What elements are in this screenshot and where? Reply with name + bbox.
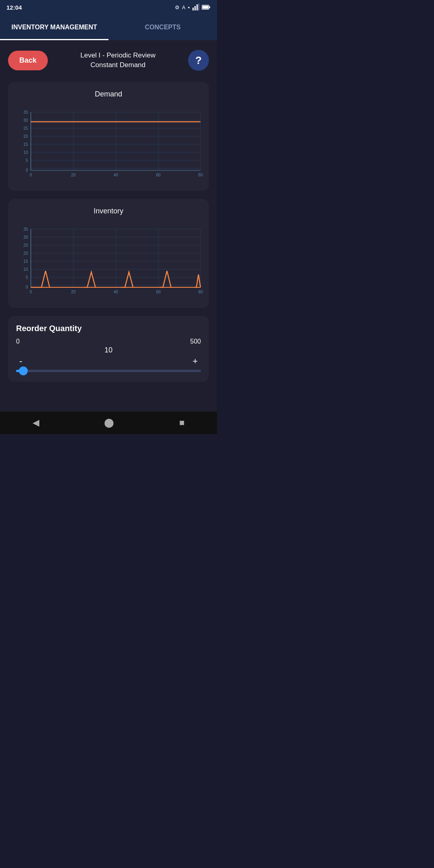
inventory-chart-svg: 35 30 25 20 15 10 5 0 0 20 40 60 80	[14, 221, 203, 301]
reorder-slider-track[interactable]	[16, 370, 201, 372]
svg-rect-6	[203, 6, 209, 9]
demand-chart-svg: 35 30 25 20 15 10 5 0 0 20 40 60 80	[14, 104, 203, 184]
svg-text:40: 40	[114, 290, 119, 294]
svg-rect-0	[192, 8, 194, 10]
page-title: Level I - Periodic Review Constant Deman…	[53, 51, 183, 70]
bottom-nav: ◀ ⬤ ■	[0, 411, 217, 434]
svg-text:80: 80	[198, 290, 203, 294]
svg-text:80: 80	[198, 173, 203, 177]
inventory-chart-container: 35 30 25 20 15 10 5 0 0 20 40 60 80	[14, 221, 203, 301]
minus-button[interactable]: -	[16, 356, 25, 366]
svg-text:60: 60	[156, 173, 161, 177]
header-row: Back Level I - Periodic Review Constant …	[8, 50, 209, 71]
svg-text:10: 10	[23, 267, 28, 272]
square-nav-button[interactable]: ■	[170, 414, 194, 431]
svg-text:0: 0	[26, 168, 28, 172]
tab-inventory-management[interactable]: INVENTORY MANAGEMENT	[0, 14, 108, 40]
svg-text:35: 35	[23, 110, 28, 115]
svg-text:0: 0	[26, 285, 28, 289]
reorder-slider-thumb[interactable]	[19, 366, 28, 375]
main-content: Back Level I - Periodic Review Constant …	[0, 40, 217, 411]
svg-text:20: 20	[71, 173, 76, 177]
svg-text:25: 25	[23, 126, 28, 131]
status-time: 12:04	[6, 4, 22, 11]
home-nav-button[interactable]: ⬤	[94, 414, 124, 431]
battery-icon	[202, 4, 211, 10]
svg-rect-3	[198, 4, 199, 10]
svg-text:5: 5	[26, 158, 28, 163]
svg-text:15: 15	[23, 259, 28, 264]
svg-rect-2	[197, 4, 198, 10]
svg-rect-5	[209, 6, 210, 8]
help-button[interactable]: ?	[188, 50, 209, 71]
demand-chart-container: 35 30 25 20 15 10 5 0 0 20 40 60 80	[14, 104, 203, 184]
sd-card-icon: ▪	[188, 4, 190, 10]
svg-text:20: 20	[23, 134, 28, 139]
svg-text:10: 10	[23, 150, 28, 155]
reorder-quantity-title: Reorder Quantity	[16, 324, 201, 333]
svg-text:30: 30	[23, 118, 28, 123]
reorder-current-value: 10	[16, 346, 201, 354]
status-icons: ⚙ A ▪	[175, 4, 211, 11]
svg-text:15: 15	[23, 142, 28, 147]
svg-text:60: 60	[156, 290, 161, 294]
svg-text:40: 40	[114, 173, 119, 177]
demand-chart-title: Demand	[14, 90, 203, 98]
back-nav-button[interactable]: ◀	[23, 414, 49, 431]
demand-chart-card: Demand 35	[8, 82, 209, 191]
a-icon: A	[182, 4, 186, 10]
reorder-min-label: 0	[16, 338, 20, 345]
back-button[interactable]: Back	[8, 51, 48, 70]
svg-text:20: 20	[71, 290, 76, 294]
reorder-quantity-card: Reorder Quantity 0 500 10 - +	[8, 316, 209, 382]
gear-icon: ⚙	[175, 4, 180, 10]
tab-concepts[interactable]: CONCEPTS	[108, 14, 217, 40]
svg-text:25: 25	[23, 243, 28, 248]
svg-text:0: 0	[30, 290, 32, 294]
status-bar: 12:04 ⚙ A ▪	[0, 0, 217, 14]
svg-text:30: 30	[23, 235, 28, 240]
svg-text:35: 35	[23, 227, 28, 231]
svg-text:20: 20	[23, 251, 28, 256]
svg-rect-1	[194, 6, 196, 10]
plus-button[interactable]: +	[189, 356, 201, 366]
top-nav: INVENTORY MANAGEMENT CONCEPTS	[0, 14, 217, 40]
inventory-chart-title: Inventory	[14, 207, 203, 215]
reorder-range-labels: 0 500	[16, 338, 201, 345]
inventory-chart-card: Inventory	[8, 199, 209, 308]
svg-text:5: 5	[26, 275, 28, 280]
reorder-controls: - +	[16, 356, 201, 366]
signal-icon	[192, 4, 199, 11]
reorder-max-label: 500	[190, 338, 201, 345]
svg-text:0: 0	[30, 173, 32, 177]
